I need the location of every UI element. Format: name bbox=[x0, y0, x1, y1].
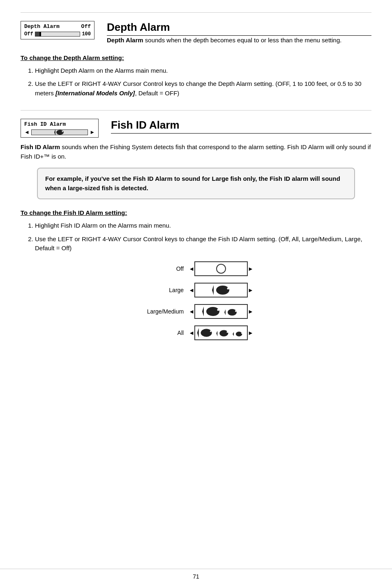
fish-row-all: All ◄ bbox=[138, 325, 254, 340]
fish-control-large-medium: ◄ ► bbox=[189, 304, 254, 319]
depth-alarm-slider-left: Off bbox=[24, 31, 33, 37]
fish-alarm-right-arrow: ► bbox=[90, 129, 95, 135]
svg-marker-17 bbox=[216, 331, 217, 337]
fish-alarm-note-text: For example, if you've set the Fish ID A… bbox=[45, 175, 340, 191]
svg-marker-8 bbox=[202, 307, 204, 316]
fish-track-icon bbox=[54, 128, 65, 136]
svg-point-4 bbox=[216, 286, 229, 295]
depth-alarm-device-image: Depth Alarm Off Off 100 bbox=[21, 21, 95, 39]
fish-icon-large bbox=[205, 283, 238, 297]
fish-label-all: All bbox=[138, 330, 184, 336]
depth-alarm-description: Depth Alarm sounds when the depth become… bbox=[107, 36, 371, 45]
svg-marker-11 bbox=[224, 309, 226, 315]
fish-alarm-section: Fish ID Alarm ◄ ► bbox=[21, 119, 371, 340]
svg-point-19 bbox=[236, 332, 242, 337]
svg-point-7 bbox=[206, 307, 219, 316]
svg-point-21 bbox=[241, 332, 242, 334]
top-border bbox=[21, 12, 371, 13]
fish-settings-visual: Off ◄ ► Large ◄ bbox=[21, 261, 371, 340]
fish-alarm-device-label: Fish ID Alarm bbox=[24, 121, 95, 127]
fish-alarm-device-image: Fish ID Alarm ◄ ► bbox=[21, 119, 99, 138]
svg-marker-14 bbox=[197, 328, 199, 337]
fish-icon-off bbox=[215, 263, 227, 275]
fish-arrow-right-lm: ► bbox=[248, 308, 254, 315]
fish-control-off: ◄ ► bbox=[189, 261, 254, 276]
fish-alarm-left-arrow: ◄ bbox=[24, 129, 30, 135]
svg-point-2 bbox=[62, 131, 63, 132]
depth-alarm-desc-rest: sounds when the depth becomes equal to o… bbox=[143, 37, 342, 44]
fish-alarm-heading-area: Fish ID Alarm bbox=[111, 119, 371, 134]
fish-arrow-right-all: ► bbox=[248, 330, 254, 336]
depth-alarm-device-title: Depth Alarm Off bbox=[24, 23, 91, 30]
depth-alarm-steps: Highlight Depth Alarm on the Alarms main… bbox=[35, 66, 371, 98]
fish-alarm-step-1: Highlight Fish ID Alarm on the Alarms ma… bbox=[35, 221, 371, 231]
fish-alarm-note-box: For example, if you've set the Fish ID A… bbox=[37, 168, 355, 199]
fish-alarm-description: Fish ID Alarm sounds when the Fishing Sy… bbox=[21, 143, 371, 161]
svg-marker-20 bbox=[233, 332, 234, 336]
svg-point-12 bbox=[235, 310, 237, 312]
depth-alarm-heading-area: Depth Alarm Depth Alarm sounds when the … bbox=[107, 21, 371, 49]
fish-box-large bbox=[194, 283, 248, 297]
svg-point-10 bbox=[228, 309, 237, 316]
fish-arrow-right-off: ► bbox=[248, 265, 254, 272]
svg-point-0 bbox=[56, 130, 64, 135]
svg-point-18 bbox=[227, 331, 228, 333]
page-number: 71 bbox=[193, 573, 199, 580]
fish-label-large-medium: Large/Medium bbox=[138, 308, 184, 315]
fish-alarm-desc-rest: sounds when the Fishing System detects f… bbox=[21, 143, 371, 160]
depth-alarm-slider-right: 100 bbox=[82, 31, 91, 37]
fish-alarm-sub-heading: To change the Fish ID Alarm setting: bbox=[21, 209, 371, 216]
depth-alarm-device-value: Off bbox=[81, 23, 91, 30]
svg-point-6 bbox=[227, 287, 229, 289]
depth-alarm-step-1: Highlight Depth Alarm on the Alarms main… bbox=[35, 66, 371, 76]
depth-alarm-slider-row: Off 100 bbox=[24, 31, 91, 37]
fish-box-large-medium bbox=[194, 304, 248, 319]
depth-alarm-title: Depth Alarm bbox=[107, 21, 371, 36]
svg-marker-5 bbox=[212, 285, 214, 295]
svg-point-3 bbox=[217, 264, 226, 273]
fish-alarm-change-section: To change the Fish ID Alarm setting: Hig… bbox=[21, 209, 371, 253]
fish-arrow-left-lm: ◄ bbox=[189, 308, 194, 315]
fish-arrow-right-large: ► bbox=[248, 287, 254, 293]
depth-alarm-device-label: Depth Alarm bbox=[24, 23, 60, 30]
fish-alarm-header: Fish ID Alarm ◄ ► bbox=[21, 119, 371, 138]
fish-row-off: Off ◄ ► bbox=[138, 261, 254, 276]
page-footer: 71 bbox=[0, 569, 392, 580]
fish-icon-all bbox=[195, 326, 247, 340]
fish-control-large: ◄ ► bbox=[189, 283, 254, 297]
depth-alarm-cursor bbox=[39, 32, 41, 36]
depth-alarm-slider-fill bbox=[35, 32, 40, 36]
depth-alarm-desc-para: Depth Alarm sounds when the depth become… bbox=[107, 36, 371, 45]
depth-alarm-step-2: Use the LEFT or RIGHT 4-WAY Cursor Contr… bbox=[35, 79, 371, 98]
svg-marker-1 bbox=[54, 129, 55, 136]
svg-point-15 bbox=[210, 330, 212, 332]
depth-alarm-slider-track bbox=[35, 32, 81, 37]
fish-icon-large-medium bbox=[198, 304, 244, 318]
depth-alarm-sub-heading: To change the Depth Alarm setting: bbox=[21, 54, 371, 61]
fish-arrow-left-off: ◄ bbox=[189, 265, 194, 272]
fish-alarm-steps: Highlight Fish ID Alarm on the Alarms ma… bbox=[35, 221, 371, 253]
fish-label-off: Off bbox=[138, 265, 184, 272]
fish-alarm-slider-row: ◄ ► bbox=[24, 129, 95, 135]
fish-alarm-step-2: Use the LEFT or RIGHT 4-WAY Cursor Contr… bbox=[35, 235, 371, 253]
depth-alarm-desc-bold: Depth Alarm bbox=[107, 37, 143, 44]
fish-alarm-track bbox=[31, 129, 88, 135]
section-divider-1 bbox=[21, 110, 371, 111]
fish-alarm-desc-bold: Fish ID Alarm bbox=[21, 143, 60, 150]
fish-box-off bbox=[194, 261, 248, 276]
depth-alarm-section: Depth Alarm Off Off 100 Depth Alarm Dept… bbox=[21, 21, 371, 98]
depth-alarm-italic: [International Models Only] bbox=[55, 90, 135, 97]
fish-arrow-left-large: ◄ bbox=[189, 287, 194, 293]
svg-point-9 bbox=[217, 309, 219, 311]
svg-point-16 bbox=[219, 330, 228, 337]
fish-label-large: Large bbox=[138, 287, 184, 293]
fish-control-all: ◄ bbox=[189, 325, 254, 340]
fish-box-all bbox=[194, 325, 248, 340]
fish-row-large-medium: Large/Medium ◄ ► bbox=[138, 304, 254, 319]
depth-alarm-header: Depth Alarm Off Off 100 Depth Alarm Dept… bbox=[21, 21, 371, 49]
fish-arrow-left-all: ◄ bbox=[189, 330, 194, 336]
fish-alarm-title: Fish ID Alarm bbox=[111, 119, 371, 134]
fish-row-large: Large ◄ ► bbox=[138, 283, 254, 297]
svg-point-13 bbox=[201, 329, 212, 337]
